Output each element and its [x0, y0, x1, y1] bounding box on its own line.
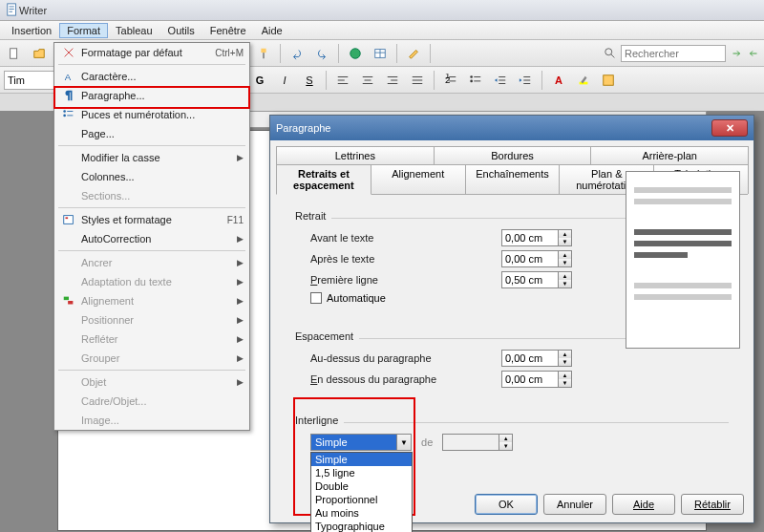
highlight-button[interactable] — [573, 70, 594, 91]
svg-text:2: 2 — [445, 74, 450, 84]
menu-item-columns[interactable]: Colonnes... — [54, 167, 249, 186]
spinner-before-text[interactable]: ▲▼ — [559, 229, 572, 246]
interligne-option-double[interactable]: Double — [311, 479, 412, 493]
interligne-option-proportionnel[interactable]: Proportionnel — [311, 493, 412, 506]
menu-item-paragraph[interactable]: Paragraphe... — [54, 86, 249, 105]
menu-item-styles[interactable]: Styles et formatage F11 — [54, 210, 249, 229]
font-color-button[interactable]: A — [548, 70, 569, 91]
spinner-above[interactable]: ▲▼ — [559, 350, 572, 367]
menu-item-label: Image... — [81, 415, 244, 426]
close-button[interactable]: ✕ — [711, 119, 748, 137]
reset-button[interactable]: Rétablir — [681, 494, 744, 515]
menu-separator — [58, 145, 245, 146]
dialog-title: Paragraphe — [276, 122, 331, 134]
help-button[interactable]: Aide — [612, 494, 675, 515]
svg-rect-17 — [261, 48, 265, 52]
bullets-button[interactable] — [465, 70, 486, 91]
search-next-icon[interactable] — [730, 47, 743, 60]
svg-point-55 — [63, 115, 66, 117]
search-input[interactable] — [621, 45, 726, 62]
menu-item-label: Objet — [81, 376, 237, 388]
tab-lettrines[interactable]: Lettrines — [276, 146, 435, 164]
hyperlink-button[interactable] — [345, 43, 366, 64]
align-justify-button[interactable] — [407, 70, 428, 91]
styles-icon — [60, 213, 77, 226]
table-button[interactable] — [370, 43, 391, 64]
svg-point-41 — [470, 75, 473, 78]
format-paintbrush-button[interactable] — [253, 43, 274, 64]
underline-button[interactable]: S — [299, 70, 320, 91]
menu-item-default-formatting[interactable]: Formatage par défaut Ctrl+M — [54, 43, 249, 62]
submenu-arrow-icon: ▶ — [237, 296, 244, 306]
align-center-button[interactable] — [357, 70, 378, 91]
menu-item-label: Caractère... — [81, 71, 244, 82]
menu-item-position: Positionner ▶ — [54, 310, 249, 330]
menu-item-label: Styles et formatage — [81, 214, 227, 225]
new-doc-button[interactable] — [4, 43, 25, 64]
menu-item-autocorrection[interactable]: AutoCorrection ▶ — [54, 229, 249, 248]
cancel-button[interactable]: Annuler — [543, 494, 606, 515]
menu-item-frame: Cadre/Objet... — [54, 392, 249, 411]
align-right-button[interactable] — [382, 70, 403, 91]
align-left-button[interactable] — [332, 70, 353, 91]
menu-outils[interactable]: Outils — [160, 23, 202, 38]
tab-enchainements[interactable]: Enchaînements — [465, 164, 561, 194]
font-name-combo[interactable]: Tim — [4, 71, 61, 90]
input-first-line[interactable]: 0,50 cm — [501, 271, 559, 288]
spinner-after-text[interactable]: ▲▼ — [559, 250, 572, 267]
input-above[interactable]: 0,00 cm — [501, 350, 559, 367]
interligne-option-au-moins[interactable]: Au moins — [311, 506, 412, 520]
interligne-option-15[interactable]: 1,5 ligne — [311, 466, 412, 479]
interligne-option-simple[interactable]: Simple — [311, 453, 412, 466]
tab-arriere-plan[interactable]: Arrière-plan — [590, 146, 749, 164]
redo-button[interactable] — [311, 43, 332, 64]
spinner-first-line[interactable]: ▲▼ — [559, 271, 572, 288]
menu-format[interactable]: Format — [59, 23, 108, 38]
menu-item-image: Image... — [54, 411, 249, 430]
bold-button[interactable]: G — [249, 70, 270, 91]
menu-item-label: Refléter — [81, 333, 237, 345]
background-color-button[interactable] — [598, 70, 619, 91]
show-draw-functions-button[interactable] — [403, 43, 424, 64]
open-button[interactable] — [29, 43, 50, 64]
undo-button[interactable] — [286, 43, 308, 64]
menu-item-label: Alignement — [81, 295, 237, 307]
menu-item-label: Ancrer — [81, 257, 237, 268]
dialog-titlebar[interactable]: Paragraphe ✕ — [270, 116, 753, 140]
field-above-paragraph: Au-dessus du paragraphe 0,00 cm ▲▼ — [310, 350, 729, 367]
menu-separator — [58, 250, 245, 251]
menu-fenetre[interactable]: Fenêtre — [202, 23, 254, 38]
interligne-selected: Simple — [311, 435, 396, 450]
menu-item-character[interactable]: A Caractère... — [54, 67, 249, 86]
menu-tableau[interactable]: Tableau — [108, 23, 160, 38]
input-below[interactable]: 0,00 cm — [501, 371, 559, 388]
svg-rect-52 — [604, 74, 614, 85]
menu-item-page[interactable]: Page... — [54, 124, 249, 143]
dialog-button-row: OK Annuler Aide Rétablir — [475, 494, 744, 515]
menu-item-bullets[interactable]: Puces et numérotation... — [54, 105, 249, 124]
menu-item-change-case[interactable]: Modifier la casse ▶ — [54, 148, 249, 167]
numbering-button[interactable]: 12 — [440, 70, 461, 91]
menu-separator — [58, 64, 245, 65]
input-before-text[interactable]: 0,00 cm — [501, 229, 559, 246]
italic-button[interactable]: I — [274, 70, 295, 91]
decrease-indent-button[interactable] — [490, 70, 511, 91]
spinner-below[interactable]: ▲▼ — [559, 371, 572, 388]
menu-item-label: Paragraphe... — [81, 90, 244, 101]
interligne-option-typo[interactable]: Typographique — [311, 520, 412, 532]
search-prev-icon[interactable] — [747, 47, 760, 60]
increase-indent-button[interactable] — [515, 70, 536, 91]
menu-aide[interactable]: Aide — [254, 23, 290, 38]
tab-bordures[interactable]: Bordures — [434, 146, 592, 164]
clear-format-icon — [60, 46, 77, 59]
label-de: de — [421, 436, 433, 448]
toolbar-separator — [541, 71, 542, 90]
menu-item-label: Colonnes... — [81, 171, 244, 182]
interligne-combo[interactable]: Simple ▼ Simple 1,5 ligne Double Proport… — [310, 434, 412, 451]
input-after-text[interactable]: 0,00 cm — [501, 250, 559, 267]
ok-button[interactable]: OK — [475, 494, 538, 515]
tab-retraits[interactable]: Retraits et espacement — [276, 164, 371, 195]
tab-alignement[interactable]: Alignement — [371, 164, 466, 194]
menu-insertion[interactable]: Insertion — [4, 23, 59, 38]
toolbar-separator — [396, 44, 397, 63]
